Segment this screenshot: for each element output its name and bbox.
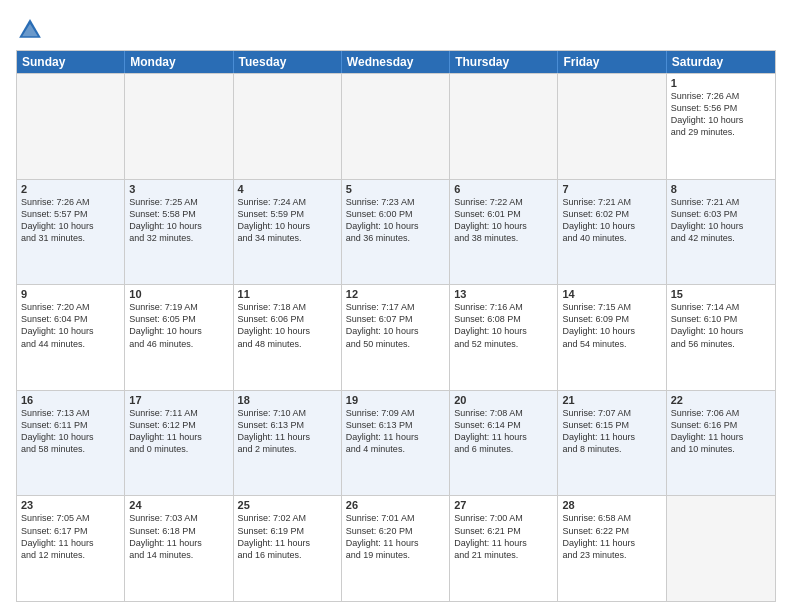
day-info: Sunrise: 7:14 AM Sunset: 6:10 PM Dayligh… xyxy=(671,301,771,350)
day-cell-19: 19Sunrise: 7:09 AM Sunset: 6:13 PM Dayli… xyxy=(342,391,450,496)
day-cell-24: 24Sunrise: 7:03 AM Sunset: 6:18 PM Dayli… xyxy=(125,496,233,601)
day-cell-6: 6Sunrise: 7:22 AM Sunset: 6:01 PM Daylig… xyxy=(450,180,558,285)
day-info: Sunrise: 7:25 AM Sunset: 5:58 PM Dayligh… xyxy=(129,196,228,245)
day-number: 9 xyxy=(21,288,120,300)
day-number: 14 xyxy=(562,288,661,300)
day-cell-1: 1Sunrise: 7:26 AM Sunset: 5:56 PM Daylig… xyxy=(667,74,775,179)
day-info: Sunrise: 7:08 AM Sunset: 6:14 PM Dayligh… xyxy=(454,407,553,456)
day-info: Sunrise: 7:10 AM Sunset: 6:13 PM Dayligh… xyxy=(238,407,337,456)
day-info: Sunrise: 7:13 AM Sunset: 6:11 PM Dayligh… xyxy=(21,407,120,456)
calendar-row-1: 2Sunrise: 7:26 AM Sunset: 5:57 PM Daylig… xyxy=(17,179,775,285)
day-cell-17: 17Sunrise: 7:11 AM Sunset: 6:12 PM Dayli… xyxy=(125,391,233,496)
day-cell-26: 26Sunrise: 7:01 AM Sunset: 6:20 PM Dayli… xyxy=(342,496,450,601)
header-day-saturday: Saturday xyxy=(667,51,775,73)
day-info: Sunrise: 7:22 AM Sunset: 6:01 PM Dayligh… xyxy=(454,196,553,245)
day-info: Sunrise: 7:21 AM Sunset: 6:02 PM Dayligh… xyxy=(562,196,661,245)
day-number: 10 xyxy=(129,288,228,300)
day-number: 13 xyxy=(454,288,553,300)
day-number: 17 xyxy=(129,394,228,406)
empty-cell-r0c3 xyxy=(342,74,450,179)
day-info: Sunrise: 7:03 AM Sunset: 6:18 PM Dayligh… xyxy=(129,512,228,561)
day-info: Sunrise: 7:23 AM Sunset: 6:00 PM Dayligh… xyxy=(346,196,445,245)
empty-cell-r0c0 xyxy=(17,74,125,179)
empty-cell-r0c4 xyxy=(450,74,558,179)
calendar-row-0: 1Sunrise: 7:26 AM Sunset: 5:56 PM Daylig… xyxy=(17,73,775,179)
header-day-thursday: Thursday xyxy=(450,51,558,73)
day-cell-5: 5Sunrise: 7:23 AM Sunset: 6:00 PM Daylig… xyxy=(342,180,450,285)
day-number: 27 xyxy=(454,499,553,511)
empty-cell-r4c6 xyxy=(667,496,775,601)
header xyxy=(16,16,776,44)
header-day-wednesday: Wednesday xyxy=(342,51,450,73)
day-number: 20 xyxy=(454,394,553,406)
day-info: Sunrise: 7:17 AM Sunset: 6:07 PM Dayligh… xyxy=(346,301,445,350)
day-cell-3: 3Sunrise: 7:25 AM Sunset: 5:58 PM Daylig… xyxy=(125,180,233,285)
logo-icon xyxy=(16,16,44,44)
day-number: 7 xyxy=(562,183,661,195)
day-cell-23: 23Sunrise: 7:05 AM Sunset: 6:17 PM Dayli… xyxy=(17,496,125,601)
day-cell-28: 28Sunrise: 6:58 AM Sunset: 6:22 PM Dayli… xyxy=(558,496,666,601)
day-number: 11 xyxy=(238,288,337,300)
day-info: Sunrise: 7:21 AM Sunset: 6:03 PM Dayligh… xyxy=(671,196,771,245)
day-number: 2 xyxy=(21,183,120,195)
day-cell-25: 25Sunrise: 7:02 AM Sunset: 6:19 PM Dayli… xyxy=(234,496,342,601)
day-cell-12: 12Sunrise: 7:17 AM Sunset: 6:07 PM Dayli… xyxy=(342,285,450,390)
day-number: 12 xyxy=(346,288,445,300)
day-cell-15: 15Sunrise: 7:14 AM Sunset: 6:10 PM Dayli… xyxy=(667,285,775,390)
logo xyxy=(16,16,48,44)
day-number: 4 xyxy=(238,183,337,195)
day-number: 28 xyxy=(562,499,661,511)
empty-cell-r0c2 xyxy=(234,74,342,179)
calendar-row-2: 9Sunrise: 7:20 AM Sunset: 6:04 PM Daylig… xyxy=(17,284,775,390)
calendar-body: 1Sunrise: 7:26 AM Sunset: 5:56 PM Daylig… xyxy=(17,73,775,601)
day-info: Sunrise: 7:11 AM Sunset: 6:12 PM Dayligh… xyxy=(129,407,228,456)
day-number: 6 xyxy=(454,183,553,195)
day-info: Sunrise: 7:18 AM Sunset: 6:06 PM Dayligh… xyxy=(238,301,337,350)
calendar-row-4: 23Sunrise: 7:05 AM Sunset: 6:17 PM Dayli… xyxy=(17,495,775,601)
day-number: 26 xyxy=(346,499,445,511)
empty-cell-r0c1 xyxy=(125,74,233,179)
day-cell-10: 10Sunrise: 7:19 AM Sunset: 6:05 PM Dayli… xyxy=(125,285,233,390)
day-info: Sunrise: 6:58 AM Sunset: 6:22 PM Dayligh… xyxy=(562,512,661,561)
calendar-row-3: 16Sunrise: 7:13 AM Sunset: 6:11 PM Dayli… xyxy=(17,390,775,496)
header-day-tuesday: Tuesday xyxy=(234,51,342,73)
day-cell-8: 8Sunrise: 7:21 AM Sunset: 6:03 PM Daylig… xyxy=(667,180,775,285)
day-info: Sunrise: 7:19 AM Sunset: 6:05 PM Dayligh… xyxy=(129,301,228,350)
day-number: 22 xyxy=(671,394,771,406)
day-number: 15 xyxy=(671,288,771,300)
day-number: 21 xyxy=(562,394,661,406)
day-info: Sunrise: 7:24 AM Sunset: 5:59 PM Dayligh… xyxy=(238,196,337,245)
calendar: SundayMondayTuesdayWednesdayThursdayFrid… xyxy=(16,50,776,602)
day-number: 18 xyxy=(238,394,337,406)
day-info: Sunrise: 7:15 AM Sunset: 6:09 PM Dayligh… xyxy=(562,301,661,350)
day-info: Sunrise: 7:26 AM Sunset: 5:56 PM Dayligh… xyxy=(671,90,771,139)
day-number: 23 xyxy=(21,499,120,511)
day-info: Sunrise: 7:06 AM Sunset: 6:16 PM Dayligh… xyxy=(671,407,771,456)
day-cell-21: 21Sunrise: 7:07 AM Sunset: 6:15 PM Dayli… xyxy=(558,391,666,496)
day-number: 24 xyxy=(129,499,228,511)
day-info: Sunrise: 7:07 AM Sunset: 6:15 PM Dayligh… xyxy=(562,407,661,456)
day-cell-18: 18Sunrise: 7:10 AM Sunset: 6:13 PM Dayli… xyxy=(234,391,342,496)
header-day-sunday: Sunday xyxy=(17,51,125,73)
page: SundayMondayTuesdayWednesdayThursdayFrid… xyxy=(0,0,792,612)
day-cell-13: 13Sunrise: 7:16 AM Sunset: 6:08 PM Dayli… xyxy=(450,285,558,390)
calendar-header: SundayMondayTuesdayWednesdayThursdayFrid… xyxy=(17,51,775,73)
day-number: 5 xyxy=(346,183,445,195)
day-number: 25 xyxy=(238,499,337,511)
day-number: 8 xyxy=(671,183,771,195)
day-cell-7: 7Sunrise: 7:21 AM Sunset: 6:02 PM Daylig… xyxy=(558,180,666,285)
day-info: Sunrise: 7:05 AM Sunset: 6:17 PM Dayligh… xyxy=(21,512,120,561)
day-number: 19 xyxy=(346,394,445,406)
day-cell-27: 27Sunrise: 7:00 AM Sunset: 6:21 PM Dayli… xyxy=(450,496,558,601)
day-info: Sunrise: 7:02 AM Sunset: 6:19 PM Dayligh… xyxy=(238,512,337,561)
day-cell-22: 22Sunrise: 7:06 AM Sunset: 6:16 PM Dayli… xyxy=(667,391,775,496)
header-day-friday: Friday xyxy=(558,51,666,73)
header-day-monday: Monday xyxy=(125,51,233,73)
day-number: 16 xyxy=(21,394,120,406)
day-info: Sunrise: 7:20 AM Sunset: 6:04 PM Dayligh… xyxy=(21,301,120,350)
day-info: Sunrise: 7:16 AM Sunset: 6:08 PM Dayligh… xyxy=(454,301,553,350)
day-cell-16: 16Sunrise: 7:13 AM Sunset: 6:11 PM Dayli… xyxy=(17,391,125,496)
day-cell-9: 9Sunrise: 7:20 AM Sunset: 6:04 PM Daylig… xyxy=(17,285,125,390)
day-info: Sunrise: 7:09 AM Sunset: 6:13 PM Dayligh… xyxy=(346,407,445,456)
day-cell-4: 4Sunrise: 7:24 AM Sunset: 5:59 PM Daylig… xyxy=(234,180,342,285)
